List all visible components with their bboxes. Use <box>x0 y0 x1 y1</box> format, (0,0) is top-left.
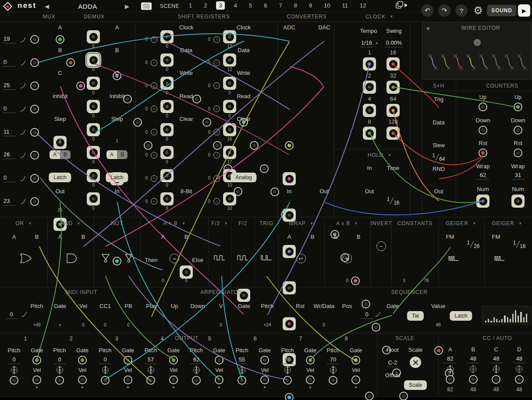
demux-output-value[interactable]: 0 <box>92 44 95 49</box>
demux-output-value[interactable]: 0 <box>92 160 95 164</box>
pitch-port[interactable] <box>238 376 246 385</box>
scene-button[interactable]: 5 <box>246 1 255 10</box>
cc-value[interactable]: 48 <box>490 355 502 363</box>
demux-output-port[interactable] <box>87 192 100 205</box>
shift2-mode-button[interactable]: Analog <box>231 173 256 182</box>
gate-port[interactable] <box>78 356 87 365</box>
tempo-value[interactable]: 1/16 <box>360 39 373 47</box>
mux-latch-button[interactable]: Latch <box>49 173 71 182</box>
shift-row-input-value[interactable]: 0 <box>206 199 210 204</box>
menu-icon[interactable] <box>141 3 152 10</box>
clock-division-port[interactable] <box>363 104 376 117</box>
scene-button[interactable]: 11 <box>340 1 351 10</box>
section-clock[interactable]: CLOCK▼ <box>365 14 393 20</box>
scene-button[interactable]: 10 <box>321 1 333 10</box>
shift-row-input-port[interactable] <box>213 152 220 159</box>
section-and[interactable]: AND▼ <box>60 220 81 227</box>
mux-slider-value[interactable]: 25 <box>3 82 16 90</box>
demux-output-value[interactable]: 0 <box>92 91 95 95</box>
demux-output-port[interactable] <box>87 77 100 90</box>
shift1-mode-label[interactable]: 8-Bit <box>181 188 192 195</box>
pitch-port[interactable] <box>192 376 201 385</box>
redo-button[interactable]: ↷ <box>438 4 450 17</box>
vel-port[interactable] <box>32 375 41 384</box>
shift-row-input-port[interactable] <box>151 129 157 135</box>
wire-style-icon[interactable] <box>453 52 464 73</box>
mux-c-port[interactable] <box>76 81 85 90</box>
shift-row-value[interactable]: 0 <box>228 91 231 95</box>
counter-down-port[interactable] <box>514 126 522 135</box>
scene-button[interactable]: 6 <box>261 1 270 10</box>
toggle-b[interactable]: B <box>117 150 128 159</box>
patch-prev-icon[interactable]: ◀ <box>45 3 49 10</box>
mux-slider-value[interactable]: 19 <box>3 35 16 43</box>
shift-row-output-port[interactable] <box>160 169 174 182</box>
shift-row-output-port[interactable] <box>223 100 236 113</box>
pitch-value[interactable]: 55 <box>236 356 248 364</box>
shift-row-output-port[interactable] <box>160 146 174 159</box>
shift-row-input-port[interactable] <box>151 198 157 205</box>
scene-button[interactable]: 7 <box>276 1 284 10</box>
demux-output-port[interactable] <box>87 169 100 182</box>
hold-time-port[interactable] <box>399 392 408 400</box>
curve-icon[interactable] <box>375 311 381 318</box>
pitch-value[interactable]: 62 <box>190 356 202 364</box>
demux-latch-button[interactable]: Latch <box>106 173 128 182</box>
shift-row-input-port[interactable] <box>151 106 157 112</box>
counter-up-port[interactable] <box>514 103 522 111</box>
scale-button[interactable]: Scale <box>404 380 427 390</box>
toggle-a[interactable]: A <box>106 150 117 159</box>
info-icon[interactable]: i <box>474 39 481 46</box>
mux-slider-value[interactable]: 11 <box>3 128 16 136</box>
curve-icon[interactable] <box>21 311 28 318</box>
cc-bottom-value[interactable]: 48 <box>493 386 499 393</box>
shift-row-input-value[interactable]: 0 <box>144 199 148 204</box>
arp-pitch-value[interactable]: +24 <box>264 323 271 327</box>
pitch-value[interactable]: 0 <box>53 356 66 364</box>
midi-vel-value[interactable]: 0 <box>82 323 85 327</box>
section-axb[interactable]: A x B▼ <box>336 220 358 227</box>
settings-gear-icon[interactable]: ⚙ <box>473 4 483 17</box>
swing-value[interactable]: 0.00% <box>385 39 403 47</box>
gate-port[interactable] <box>306 356 315 365</box>
vel-port[interactable] <box>215 375 223 384</box>
shift-row-input-value[interactable]: 0 <box>206 153 210 157</box>
shift-row-value[interactable]: 0 <box>228 114 231 118</box>
shift-row-input-port[interactable] <box>213 198 220 205</box>
curve-icon[interactable] <box>20 129 26 135</box>
mux-step-value[interactable]: 2 <box>59 139 61 143</box>
vel-port[interactable] <box>169 375 178 384</box>
pitch-value[interactable]: 57 <box>145 356 157 364</box>
counter-wrap-value[interactable]: 62 <box>477 172 489 180</box>
shift-row-input-port[interactable] <box>213 60 220 66</box>
gate-port[interactable] <box>169 356 178 365</box>
mux-ab-toggle[interactable]: AB <box>50 150 71 159</box>
shift-row-input-value[interactable]: 0 <box>206 84 210 88</box>
shift-row-output-port[interactable] <box>223 192 236 205</box>
shift-row-input-value[interactable]: 0 <box>206 37 210 42</box>
invert-icon[interactable]: − <box>376 241 386 251</box>
shift-row-value[interactable]: 17 <box>227 160 232 164</box>
shift-row-output-port[interactable] <box>223 30 236 43</box>
converters-in-port[interactable] <box>285 393 294 400</box>
clock-division-port[interactable] <box>387 57 400 71</box>
vel-port[interactable] <box>306 375 315 384</box>
geiger1-rate[interactable]: 126 <box>467 241 479 248</box>
midi-cc1-value[interactable]: 0 <box>104 323 106 327</box>
curve-icon[interactable] <box>20 175 26 182</box>
pitch-value[interactable]: 70 <box>327 356 339 364</box>
seq-value-number[interactable]: 48 <box>436 323 440 327</box>
pitch-port[interactable] <box>101 376 110 385</box>
sh-slew-value[interactable]: 164 <box>432 154 445 160</box>
sound-button[interactable]: SOUND <box>487 5 516 16</box>
cc-port[interactable] <box>469 375 478 384</box>
adc-bit-port[interactable] <box>283 209 296 222</box>
pitch-value[interactable]: 0 <box>8 356 20 364</box>
shift-row-value[interactable]: 0 <box>166 44 168 49</box>
shift-row-output-port[interactable] <box>160 192 174 205</box>
demux-output-value[interactable]: 0 <box>92 114 95 118</box>
demux-output-port[interactable] <box>87 30 100 43</box>
pitch-port[interactable] <box>10 376 18 385</box>
scale-edit-button[interactable] <box>410 357 421 368</box>
clock-division-port[interactable] <box>387 104 400 117</box>
